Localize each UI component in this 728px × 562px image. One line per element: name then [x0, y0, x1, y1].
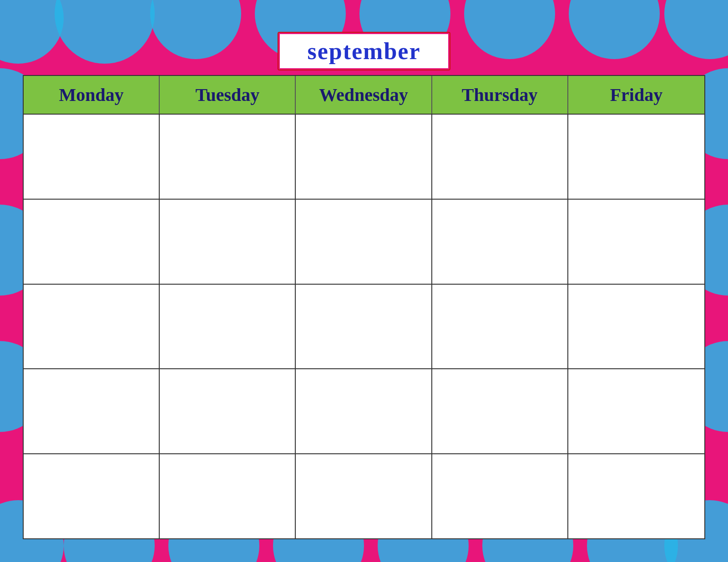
calendar-row-2	[24, 200, 704, 285]
cell-2-2[interactable]	[160, 200, 296, 284]
calendar-row-5	[24, 454, 704, 538]
cell-4-4[interactable]	[432, 369, 568, 453]
header-friday: Friday	[568, 76, 704, 114]
month-title: september	[278, 33, 449, 70]
header-monday: Monday	[24, 76, 160, 114]
cell-3-5[interactable]	[568, 285, 704, 369]
cell-2-1[interactable]	[24, 200, 160, 284]
header-tuesday: Tuesday	[160, 76, 296, 114]
cell-2-4[interactable]	[432, 200, 568, 284]
cell-2-3[interactable]	[296, 200, 432, 284]
calendar-row-4	[24, 369, 704, 454]
header-wednesday: Wednesday	[296, 76, 432, 114]
cell-1-5[interactable]	[568, 115, 704, 199]
calendar-rows	[24, 115, 704, 538]
cell-4-3[interactable]	[296, 369, 432, 453]
cell-1-4[interactable]	[432, 115, 568, 199]
cell-1-2[interactable]	[160, 115, 296, 199]
cell-2-5[interactable]	[568, 200, 704, 284]
cell-1-3[interactable]	[296, 115, 432, 199]
cell-5-1[interactable]	[24, 454, 160, 538]
cell-4-5[interactable]	[568, 369, 704, 453]
calendar-grid: Monday Tuesday Wednesday Thursday Friday	[23, 75, 705, 539]
day-headers: Monday Tuesday Wednesday Thursday Friday	[24, 76, 704, 115]
cell-3-3[interactable]	[296, 285, 432, 369]
calendar-row-3	[24, 285, 704, 370]
header-thursday: Thursday	[432, 76, 568, 114]
cell-3-1[interactable]	[24, 285, 160, 369]
cell-5-3[interactable]	[296, 454, 432, 538]
cell-4-1[interactable]	[24, 369, 160, 453]
cell-3-2[interactable]	[160, 285, 296, 369]
cell-5-2[interactable]	[160, 454, 296, 538]
cell-4-2[interactable]	[160, 369, 296, 453]
calendar-container: september Monday Tuesday Wednesday Thurs…	[23, 33, 705, 539]
cell-1-1[interactable]	[24, 115, 160, 199]
month-title-wrapper: september	[23, 33, 705, 70]
cell-3-4[interactable]	[432, 285, 568, 369]
cell-5-4[interactable]	[432, 454, 568, 538]
cell-5-5[interactable]	[568, 454, 704, 538]
calendar-row-1	[24, 115, 704, 200]
